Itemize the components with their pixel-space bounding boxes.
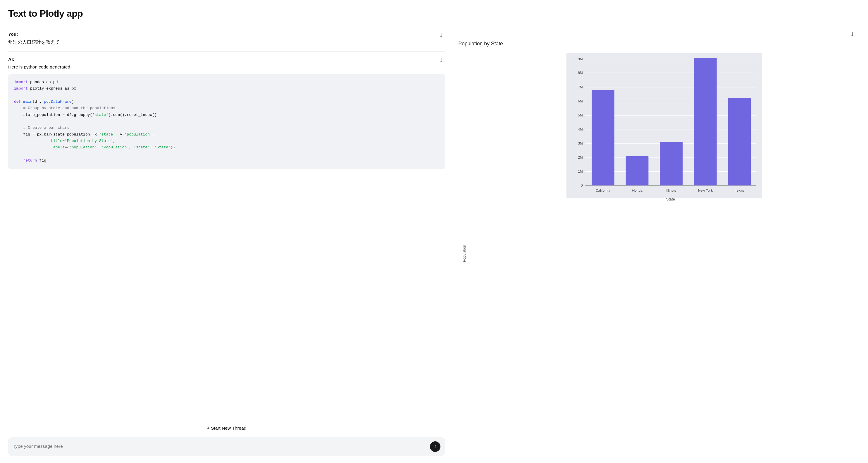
chart-title: Population by State: [458, 41, 853, 47]
code-line-9: fig = px.bar(state_population, x='state'…: [14, 132, 439, 138]
ai-message-block: AI: Here is python code generated. impor…: [8, 51, 445, 419]
code-line-5: # Group by state and sum the populations: [14, 105, 439, 112]
message-input[interactable]: [13, 444, 428, 452]
y-axis-label: Population: [463, 245, 467, 262]
svg-text:6M: 6M: [578, 99, 583, 103]
code-line-13: return fig: [14, 157, 439, 164]
svg-text:Texas: Texas: [735, 189, 744, 193]
code-line-8: # Create a bar chart: [14, 125, 439, 131]
chart-download-button[interactable]: ⤓: [850, 31, 855, 37]
svg-rect-25: [660, 142, 683, 185]
svg-text:Illinois: Illinois: [666, 189, 676, 193]
svg-rect-21: [592, 90, 615, 185]
ai-label: AI:: [8, 57, 445, 62]
ai-download-button[interactable]: ⤓: [437, 57, 445, 64]
svg-text:0: 0: [581, 183, 583, 187]
download-icon: ⤓: [439, 32, 443, 38]
svg-text:5M: 5M: [578, 113, 583, 117]
start-new-thread-button[interactable]: + Start New Thread: [8, 419, 445, 437]
ai-intro-text: Here is python code generated.: [8, 64, 445, 70]
svg-text:2M: 2M: [578, 155, 583, 160]
svg-rect-27: [694, 58, 717, 185]
code-block: import pandas as pd import plotly.expres…: [8, 74, 445, 169]
user-message-text: 州別の人口統計を教えて: [8, 39, 445, 46]
code-line-2: import plotly.express as px: [14, 85, 439, 92]
svg-text:State: State: [666, 197, 675, 201]
svg-text:3M: 3M: [578, 141, 583, 145]
code-line-12: [14, 151, 439, 157]
user-label: You:: [8, 32, 445, 37]
left-panel: You: 州別の人口統計を教えて ⤓ AI: Here is python co…: [8, 26, 451, 463]
svg-text:9M: 9M: [578, 57, 583, 61]
code-line-7: [14, 118, 439, 125]
chart-download-icon: ⤓: [850, 31, 855, 37]
svg-text:New York: New York: [698, 189, 713, 193]
svg-text:Florida: Florida: [632, 189, 643, 193]
send-button[interactable]: ↑: [430, 441, 440, 452]
svg-rect-29: [728, 98, 751, 185]
code-line-1: import pandas as pd: [14, 79, 439, 85]
code-line-11: labels={'population': 'Population', 'sta…: [14, 144, 439, 151]
svg-text:California: California: [596, 189, 611, 193]
user-download-button[interactable]: ⤓: [437, 32, 445, 39]
code-line-3: [14, 92, 439, 98]
main-layout: You: 州別の人口統計を教えて ⤓ AI: Here is python co…: [8, 26, 860, 463]
chart-svg: 9M 8M 7M 6M 5M 4M 3M: [476, 53, 853, 211]
code-line-6: state_population = df.groupby('state').s…: [14, 112, 439, 118]
send-arrow-icon: ↑: [434, 444, 437, 449]
code-line-10: title='Population by State',: [14, 138, 439, 144]
code-line-4: def main(df: pd.DataFrame):: [14, 98, 439, 105]
svg-text:4M: 4M: [578, 127, 583, 132]
svg-rect-23: [626, 156, 649, 185]
app-title: Text to Plotly app: [8, 8, 860, 19]
svg-text:1M: 1M: [578, 170, 583, 174]
chart-area: Population 9M 8M 7M 6M: [458, 50, 853, 457]
user-message-block: You: 州別の人口統計を教えて ⤓: [8, 26, 445, 51]
svg-text:8M: 8M: [578, 71, 583, 75]
message-input-area: ↑: [8, 437, 445, 456]
right-panel: ⤓ Population by State Population 9M 8M 7…: [451, 26, 860, 463]
download-icon-ai: ⤓: [439, 57, 443, 63]
svg-text:7M: 7M: [578, 85, 583, 89]
